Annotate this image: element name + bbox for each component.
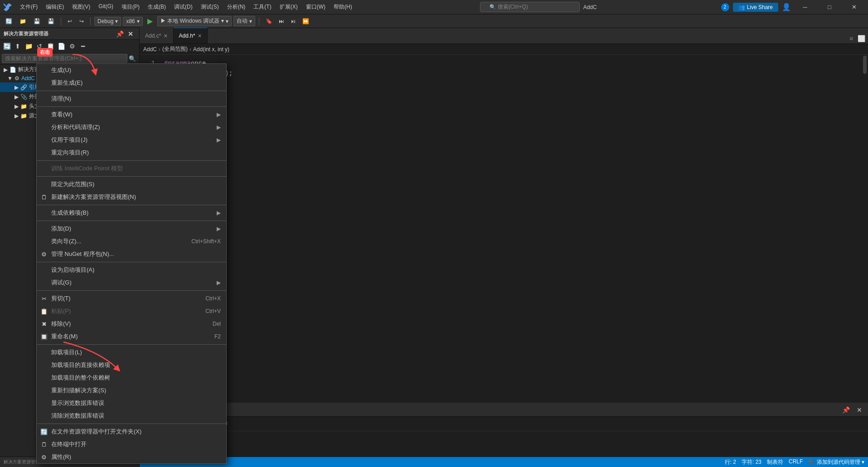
panel-pin-icon[interactable]: 📌 — [841, 405, 851, 415]
close-button[interactable]: ✕ — [844, 0, 864, 14]
code-content[interactable]: #pragma once int Add(int x, int y); — [160, 58, 862, 399]
ctx-shortcut-27: F2 — [214, 333, 221, 340]
notification-badge[interactable]: 2 — [721, 3, 729, 11]
debugger-dropdown[interactable]: ▶ 本地 Windows 调试器 ▾ ▾ — [157, 16, 232, 26]
sidebar-search-input[interactable] — [2, 54, 127, 63]
code-editor[interactable]: 1 2 #pragma once int Add(int x, int y); — [140, 55, 862, 403]
breadcrumb-scope[interactable]: (全局范围) — [162, 45, 188, 53]
ctx-shortcut-26: Del — [213, 321, 221, 327]
tab-close-icon[interactable]: × — [198, 32, 202, 39]
ctx-item-22[interactable]: 调试(G)▶ — [37, 276, 226, 289]
live-share-button[interactable]: 👥 Live Share — [733, 3, 778, 12]
menu-build[interactable]: 生成(B) — [144, 2, 170, 12]
folder-icon: 📁 — [20, 113, 27, 119]
ctx-item-0[interactable]: 生成(U) — [37, 64, 226, 77]
sidebar-refresh-button[interactable]: ↺ — [34, 41, 44, 51]
ctx-item-17[interactable]: 添加(D)▶ — [37, 222, 226, 235]
ctx-icon-13: 🗒 — [40, 193, 48, 201]
menu-file[interactable]: 文件(F) — [16, 2, 41, 12]
sidebar-title: 解决方案资源管理器 — [4, 30, 48, 37]
status-source-control[interactable]: ➕ 添加到源代码管理 ▾ — [808, 458, 864, 466]
toolbar-save[interactable]: 💾 — [31, 17, 43, 25]
debug-btn3[interactable]: ⏩ — [300, 17, 312, 25]
sidebar-sync-button[interactable]: 🔄 — [2, 41, 12, 51]
ctx-item-29[interactable]: 卸载项目(L) — [37, 346, 226, 359]
ctx-item-7[interactable]: 仅用于项目(J)▶ — [37, 134, 226, 146]
ctx-item-36[interactable]: 🔄在文件资源管理器中打开文件夹(X) — [37, 425, 226, 438]
expand-icon: ▶ — [15, 94, 19, 100]
ctx-icon-19: ⚙ — [40, 250, 48, 258]
debug-btn[interactable]: ⏭ — [276, 17, 287, 25]
sidebar-gear-button[interactable]: ⚙ — [67, 41, 77, 51]
ctx-item-3[interactable]: 清理(N) — [37, 92, 226, 105]
breadcrumb-func[interactable]: Add(int x, int y) — [193, 46, 229, 53]
ctx-item-21[interactable]: 设为启动项目(A) — [37, 264, 226, 276]
redo-button[interactable]: ↪ — [77, 17, 87, 25]
tab-close-icon[interactable]: × — [164, 32, 167, 39]
toolbar-open[interactable]: 📁 — [17, 17, 29, 25]
code-line-2: int Add(int x, int y); — [164, 68, 862, 78]
ctx-icon-25: 📋 — [40, 308, 48, 315]
ctx-item-8[interactable]: 重定向项目(R) — [37, 146, 226, 159]
ctx-item-15[interactable]: 生成依赖项(B)▶ — [37, 207, 226, 219]
menu-debug[interactable]: 调试(D) — [170, 2, 196, 12]
ctx-item-38[interactable]: ⚙属性(R) — [37, 451, 226, 463]
ctx-item-18[interactable]: 类向导(Z)...Ctrl+Shift+X — [37, 235, 226, 248]
ctx-label-37: 在终端中打开 — [51, 440, 87, 448]
run-button[interactable]: ▶ — [145, 16, 155, 26]
ctx-item-30[interactable]: 加载项目的直接依赖项 — [37, 359, 226, 371]
ctx-item-6[interactable]: 分析和代码清理(Z)▶ — [37, 121, 226, 134]
bookmark-button[interactable]: 🔖 — [263, 17, 275, 25]
menu-window[interactable]: 窗口(W) — [302, 2, 329, 12]
sidebar-copy-button[interactable]: 📋 — [45, 41, 55, 51]
panel-close-icon[interactable]: ✕ — [854, 405, 864, 415]
sidebar-view-button[interactable]: 📄 — [56, 41, 66, 51]
ctx-item-32[interactable]: 重新扫描解决方案(S) — [37, 384, 226, 397]
sidebar-pin-button[interactable]: 📌 — [115, 29, 125, 39]
minimize-button[interactable]: ─ — [795, 0, 815, 14]
sidebar-up-button[interactable]: ⬆ — [13, 41, 23, 51]
menu-view[interactable]: 视图(V) — [68, 2, 94, 12]
ctx-item-1[interactable]: 重新生成(E) — [37, 77, 226, 89]
ctx-item-13[interactable]: 🗒新建解决方案资源管理器视图(N) — [37, 191, 226, 203]
ctx-item-19[interactable]: ⚙管理 NuGet 程序包(N)... — [37, 248, 226, 260]
breadcrumb-project[interactable]: AddC — [143, 46, 157, 53]
tab-split-icon[interactable]: ⬜ — [856, 34, 866, 43]
sidebar-folder-button[interactable]: 📁 — [24, 41, 34, 51]
ctx-item-33[interactable]: 显示浏览数据库错误 — [37, 397, 226, 409]
restore-button[interactable]: □ — [819, 0, 840, 14]
ctx-item-5[interactable]: 查看(W)▶ — [37, 108, 226, 121]
menu-project[interactable]: 项目(P) — [118, 2, 143, 12]
ctx-item-25: 📋粘贴(P)Ctrl+V — [37, 305, 226, 318]
scrollbar[interactable] — [862, 55, 868, 403]
menu-git[interactable]: Git(G) — [95, 2, 117, 12]
menu-edit[interactable]: 编辑(E) — [42, 2, 68, 12]
separator-2 — [90, 17, 91, 25]
menu-test[interactable]: 测试(S) — [197, 2, 223, 12]
ctx-item-27[interactable]: 🔲重命名(M)F2 — [37, 330, 226, 343]
toolbar-save-all[interactable]: 💾 — [45, 17, 57, 25]
sidebar-close-button[interactable]: ✕ — [126, 29, 136, 39]
search-box[interactable]: 🔍 搜索(Ctrl+Q) — [480, 2, 580, 12]
ctx-label-27: 重命名(M) — [51, 332, 78, 341]
config-dropdown[interactable]: Debug ▾ — [94, 17, 121, 26]
menu-help[interactable]: 帮助(H) — [330, 2, 356, 12]
tab-add-h[interactable]: Add.h* × — [174, 28, 208, 43]
menu-tools[interactable]: 工具(T) — [250, 2, 275, 12]
ctx-item-26[interactable]: ✖移除(V)Del — [37, 318, 226, 330]
tab-add-c[interactable]: Add.c* × — [140, 28, 174, 43]
toolbar-new[interactable]: 🔄 — [3, 17, 15, 25]
menu-analyze[interactable]: 分析(N) — [223, 2, 249, 12]
ctx-item-24[interactable]: ✂剪切(T)Ctrl+X — [37, 292, 226, 305]
arch-dropdown[interactable]: x86 ▾ — [123, 17, 142, 26]
ctx-item-31[interactable]: 加载项目的整个依赖树 — [37, 371, 226, 384]
ctx-item-12[interactable]: 限定为此范围(S) — [37, 178, 226, 191]
debug-btn2[interactable]: ⏯ — [288, 17, 299, 25]
menu-extensions[interactable]: 扩展(X) — [276, 2, 301, 12]
sidebar-minus-button[interactable]: ━ — [78, 41, 88, 51]
ctx-item-37[interactable]: 🗒在终端中打开 — [37, 438, 226, 451]
tab-list-icon[interactable]: ≡ — [846, 34, 856, 43]
undo-button[interactable]: ↩ — [65, 17, 75, 25]
auto-dropdown[interactable]: 自动 ▾ — [233, 16, 255, 26]
ctx-item-34[interactable]: 清除浏览数据库错误 — [37, 409, 226, 422]
